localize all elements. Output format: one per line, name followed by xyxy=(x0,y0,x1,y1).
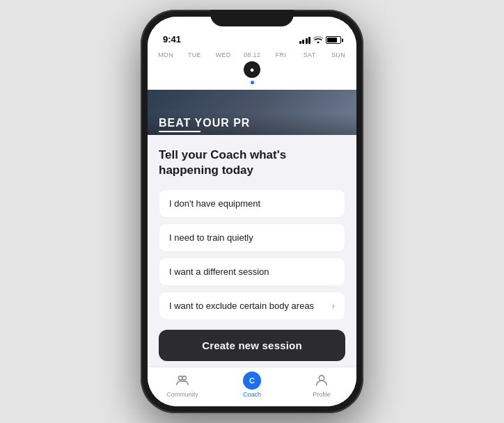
nav-coach[interactable]: C Coach xyxy=(231,372,273,398)
cal-day-sat[interactable]: SAT xyxy=(301,51,318,84)
nav-coach-label: Coach xyxy=(243,391,261,398)
options-list: I don't have equipment I need to train q… xyxy=(159,189,345,323)
signal-icon xyxy=(299,37,311,44)
section-title: Tell your Coach what's happening today xyxy=(159,147,345,178)
phone-frame: 9:41 MON xyxy=(141,10,363,413)
phone-screen: 9:41 MON xyxy=(148,17,356,406)
main-content: Tell your Coach what's happening today I… xyxy=(148,135,356,323)
nav-community-label: Community xyxy=(166,391,198,398)
cal-day-tue[interactable]: TUE xyxy=(186,51,203,84)
notch xyxy=(210,10,294,26)
svg-point-0 xyxy=(179,376,183,381)
option-train-quietly[interactable]: I need to train quietly xyxy=(159,223,345,252)
nav-profile-label: Profile xyxy=(313,391,331,398)
nav-community[interactable]: Community xyxy=(162,372,203,398)
cal-day-active[interactable]: 08.12 ● xyxy=(244,51,260,84)
community-icon xyxy=(173,372,191,390)
cta-area: Create new session xyxy=(148,323,356,367)
status-time: 9:41 xyxy=(163,34,181,45)
cal-day-fri[interactable]: FRI xyxy=(272,51,289,84)
profile-icon xyxy=(313,372,331,390)
nav-profile[interactable]: Profile xyxy=(301,372,342,398)
option-no-equipment[interactable]: I don't have equipment xyxy=(159,189,345,218)
create-session-button[interactable]: Create new session xyxy=(159,330,345,361)
option-exclude-body[interactable]: I want to exclude certain body areas › xyxy=(159,292,345,320)
option-different-session[interactable]: I want a different session xyxy=(159,257,345,286)
coach-icon: C xyxy=(243,372,261,390)
hero-underline xyxy=(159,131,200,132)
hero-title: BEAT YOUR PR xyxy=(159,117,250,129)
chevron-right-icon: › xyxy=(332,301,335,311)
status-icons xyxy=(299,35,342,45)
hero-area: BEAT YOUR PR xyxy=(148,90,356,135)
calendar-strip: MON TUE WED 08.12 ● FRI xyxy=(148,47,356,90)
cal-day-mon[interactable]: MON xyxy=(157,51,174,84)
svg-point-2 xyxy=(319,376,324,381)
cal-day-sun[interactable]: SUN xyxy=(330,51,347,84)
bottom-nav: Community C Coach Profile xyxy=(148,367,356,406)
cal-day-wed[interactable]: WED xyxy=(215,51,232,84)
svg-point-1 xyxy=(182,376,187,381)
battery-icon xyxy=(326,36,341,44)
wifi-icon xyxy=(313,35,323,45)
